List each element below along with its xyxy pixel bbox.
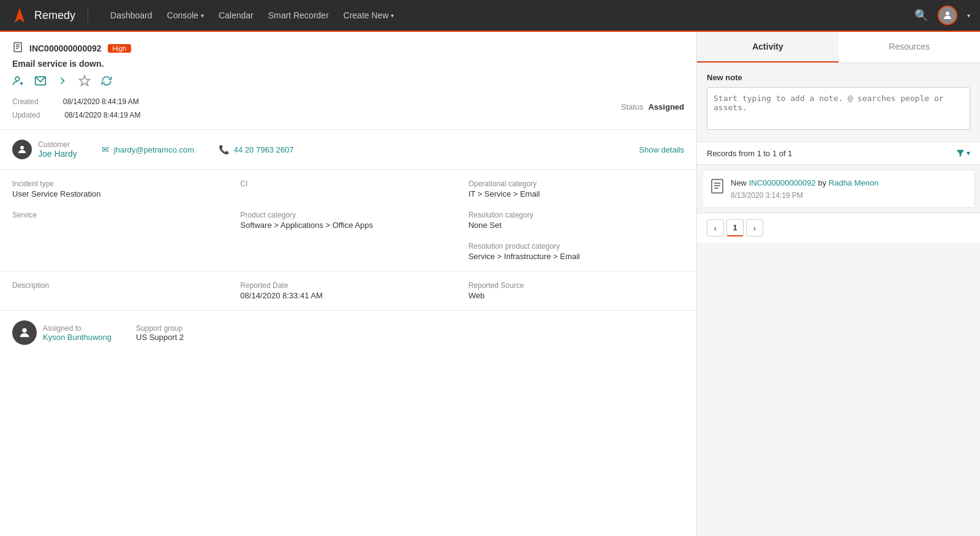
customer-name[interactable]: Joe Hardy — [38, 149, 77, 159]
note-label: New note — [707, 73, 970, 82]
next-page-button[interactable]: › — [746, 219, 763, 236]
tab-activity[interactable]: Activity — [697, 32, 839, 62]
record-by-text: by — [818, 178, 826, 187]
tab-resources[interactable]: Resources — [839, 32, 980, 62]
assign-person-icon[interactable] — [12, 75, 24, 90]
pagination: ‹ 1 › — [697, 213, 980, 243]
svg-point-12 — [22, 328, 26, 333]
reported-source-value: Web — [469, 291, 684, 300]
customer-phone-value[interactable]: 44 20 7963 2607 — [234, 145, 294, 154]
action-icons-row — [12, 75, 684, 90]
bmc-logo-icon — [10, 6, 29, 25]
app-name: Remedy — [34, 9, 88, 22]
right-tabs: Activity Resources — [697, 32, 980, 63]
svg-point-11 — [20, 146, 24, 149]
search-icon[interactable]: 🔍 — [914, 9, 928, 22]
customer-block: Customer Joe Hardy — [12, 140, 77, 159]
customer-email: ✉ jhardy@petramco.com — [102, 145, 194, 154]
refresh-icon[interactable] — [100, 75, 113, 90]
logo-area[interactable]: Remedy — [10, 6, 98, 25]
prev-page-button[interactable]: ‹ — [707, 219, 724, 236]
records-header: Records from 1 to 1 of 1 ▾ — [697, 142, 980, 165]
ci-field: CI — [240, 179, 456, 198]
assigned-to-label: Assigned to — [43, 324, 111, 333]
description-label: Description — [12, 281, 228, 290]
filter-icon[interactable]: ▾ — [956, 148, 970, 158]
updated-label: Updated — [12, 111, 40, 119]
show-details-link[interactable]: Show details — [639, 145, 684, 154]
nav-calendar[interactable]: Calendar — [219, 10, 254, 20]
document-icon — [12, 42, 23, 55]
meta-dates: Created 08/14/2020 8:44:19 AM Updated 08… — [12, 97, 140, 124]
op-category-field: Operational category IT > Service > Emai… — [469, 179, 684, 198]
assignee-avatar — [12, 320, 37, 345]
incident-title: Email service is down. — [12, 59, 684, 69]
nav-console[interactable]: Console ▾ — [167, 10, 204, 20]
resolution-product-field: Resolution product category Service > In… — [469, 242, 684, 261]
assignment-section: Assigned to Kyson Bunthuwong Support gro… — [0, 311, 696, 355]
resolution-category-field: Resolution category None Set — [469, 211, 684, 230]
incident-details-section: Incident type User Service Restoration C… — [0, 170, 696, 271]
record-incident-link[interactable]: INC000000000092 — [749, 178, 816, 187]
product-category-field: Product category Software > Applications… — [240, 211, 456, 230]
records-count: Records from 1 to 1 of 1 — [707, 149, 792, 158]
ci-label: CI — [240, 179, 456, 188]
main-container: INC000000000092 High Email service is do… — [0, 32, 980, 536]
support-group-value: US Support 2 — [136, 333, 184, 342]
content-panel: INC000000000092 High Email service is do… — [0, 32, 697, 536]
product-category-value: Software > Applications > Office Apps — [240, 221, 456, 230]
record-new-label: New — [731, 178, 747, 187]
email-icon[interactable] — [34, 75, 47, 90]
right-panel: Activity Resources New note Records from… — [697, 32, 980, 536]
topnav: Remedy Dashboard Console ▾ Calendar Smar… — [0, 0, 980, 32]
user-chevron-icon[interactable]: ▾ — [967, 12, 970, 19]
customer-phone: 📞 44 20 7963 2607 — [219, 145, 294, 154]
assigned-to-name[interactable]: Kyson Bunthuwong — [43, 333, 111, 342]
incident-id: INC000000000092 — [29, 43, 102, 53]
op-category-label: Operational category — [469, 179, 684, 188]
resolution-product-value: Service > Infrastructure > Email — [469, 252, 684, 261]
note-textarea[interactable] — [707, 87, 970, 130]
description-field: Description — [12, 281, 228, 300]
svg-point-6 — [15, 77, 20, 81]
created-value: 08/14/2020 8:44:19 AM — [63, 97, 139, 106]
nav-smart-recorder[interactable]: Smart Recorder — [268, 10, 329, 20]
customer-label: Customer — [38, 140, 77, 149]
resolution-category-label: Resolution category — [469, 211, 684, 219]
meta-status-row: Created 08/14/2020 8:44:19 AM Updated 08… — [12, 97, 684, 124]
status-value: Assigned — [648, 102, 684, 111]
record-text: New INC000000000092 by Radha Menon — [731, 178, 967, 189]
record-doc-icon — [710, 179, 725, 197]
service-label: Service — [12, 211, 228, 219]
email-contact-icon: ✉ — [102, 145, 109, 154]
svg-rect-14 — [712, 179, 723, 193]
status-row: Status Assigned — [621, 102, 684, 111]
nav-dashboard[interactable]: Dashboard — [110, 10, 153, 20]
nav-right: 🔍 ▾ — [914, 6, 970, 25]
incident-type-label: Incident type — [12, 179, 228, 188]
forward-icon[interactable] — [56, 75, 69, 90]
record-content: New INC000000000092 by Radha Menon 8/13/… — [731, 178, 967, 200]
star-icon[interactable] — [78, 75, 91, 90]
customer-info: Customer Joe Hardy — [38, 140, 77, 159]
incident-id-row: INC000000000092 High — [12, 42, 684, 55]
customer-row: Customer Joe Hardy ✉ jhardy@petramco.com… — [12, 140, 684, 159]
support-group-block: Support group US Support 2 — [136, 324, 184, 342]
record-timestamp: 8/13/2020 3:14:19 PM — [731, 191, 967, 200]
phone-icon: 📞 — [219, 145, 229, 154]
customer-email-value[interactable]: jhardy@petramco.com — [114, 145, 194, 154]
record-author-link[interactable]: Radha Menon — [829, 178, 879, 187]
resolution-category-value: None Set — [469, 221, 684, 230]
assignee-info: Assigned to Kyson Bunthuwong — [43, 324, 111, 342]
nav-create-new[interactable]: Create New ▾ — [344, 10, 394, 20]
op-category-value: IT > Service > Email — [469, 189, 684, 198]
service-field: Service — [12, 211, 228, 230]
reported-source-field: Reported Source Web — [469, 281, 684, 300]
created-label: Created — [12, 97, 39, 106]
svg-marker-13 — [957, 150, 964, 157]
reported-date-label: Reported Date — [240, 281, 456, 290]
resolution-product-label: Resolution product category — [469, 242, 684, 251]
page-1-button[interactable]: 1 — [726, 219, 744, 236]
user-avatar[interactable] — [938, 6, 957, 25]
create-new-chevron-icon: ▾ — [391, 12, 394, 19]
